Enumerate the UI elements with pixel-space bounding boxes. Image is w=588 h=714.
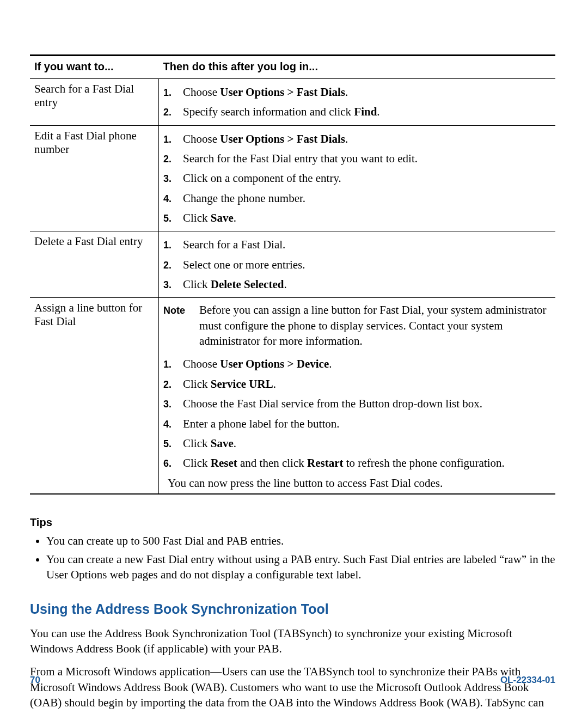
step-item: 5.Click Save. (163, 208, 551, 228)
table-header-row: If you want to... Then do this after you… (30, 56, 555, 79)
step-item: 1.Choose User Options > Device. (163, 354, 551, 374)
body-paragraph: You can use the Address Book Synchroniza… (30, 626, 555, 657)
step-item: 2.Specify search information and click F… (163, 102, 551, 121)
step-number: 2. (163, 107, 175, 118)
document-id: OL-22334-01 (500, 675, 555, 686)
note-text: Before you can assign a line button for … (199, 302, 551, 349)
step-list: 1.Choose User Options > Fast Dials.2.Sea… (163, 129, 551, 228)
tips-heading: Tips (30, 516, 555, 529)
task-cell: Assign a line button for Fast Dial (30, 298, 159, 494)
step-number: 3. (163, 279, 175, 291)
table-header-action: Then do this after you log in... (159, 56, 556, 79)
step-number: 6. (163, 458, 175, 469)
task-cell: Search for a Fast Dial entry (30, 79, 159, 126)
table-row: Edit a Fast Dial phone number1.Choose Us… (30, 125, 555, 231)
note-block: NoteBefore you can assign a line button … (163, 301, 551, 354)
action-cell: NoteBefore you can assign a line button … (159, 298, 556, 494)
step-list: 1.Search for a Fast Dial.2.Select one or… (163, 235, 551, 294)
step-item: 2.Click Service URL. (163, 374, 551, 394)
body-paragraph: From a Microsoft Windows application—Use… (30, 664, 555, 714)
step-item: 2.Search for the Fast Dial entry that yo… (163, 149, 551, 168)
step-item: 1.Choose User Options > Fast Dials. (163, 82, 551, 102)
step-number: 4. (163, 193, 175, 205)
step-number: 4. (163, 419, 175, 430)
step-item: 3.Click Delete Selected. (163, 274, 551, 294)
action-cell: 1.Choose User Options > Fast Dials.2.Sea… (159, 125, 556, 231)
page-footer: 70 OL-22334-01 (30, 675, 555, 686)
step-item: 6.Click Reset and then click Restart to … (163, 453, 551, 473)
step-item: 2.Select one or more entries. (163, 255, 551, 274)
document-page: If you want to... Then do this after you… (0, 0, 588, 714)
section-heading-tabsynch: Using the Address Book Synchronization T… (30, 601, 555, 617)
step-number: 2. (163, 154, 175, 165)
page-number: 70 (30, 675, 40, 686)
step-number: 1. (163, 359, 175, 370)
table-row: Search for a Fast Dial entry1.Choose Use… (30, 79, 555, 126)
step-item: 4.Enter a phone label for the button. (163, 414, 551, 434)
step-number: 3. (163, 173, 175, 185)
tips-list: You can create up to 500 Fast Dial and P… (46, 533, 555, 583)
step-number: 1. (163, 87, 175, 99)
step-list: 1.Choose User Options > Device.2.Click S… (163, 354, 551, 473)
tips-item: You can create up to 500 Fast Dial and P… (46, 533, 555, 548)
action-cell: 1.Search for a Fast Dial.2.Select one or… (159, 231, 556, 298)
table-header-task: If you want to... (30, 56, 159, 79)
step-number: 1. (163, 240, 175, 251)
note-label: Note (163, 305, 188, 316)
step-item: 1.Choose User Options > Fast Dials. (163, 129, 551, 149)
step-number: 5. (163, 438, 175, 450)
step-number: 2. (163, 379, 175, 390)
step-number: 2. (163, 260, 175, 271)
post-steps-text: You can now press the line button to acc… (163, 473, 551, 490)
fast-dial-table: If you want to... Then do this after you… (30, 54, 555, 495)
step-number: 5. (163, 213, 175, 224)
table-row: Delete a Fast Dial entry1.Search for a F… (30, 231, 555, 298)
step-item: 3.Choose the Fast Dial service from the … (163, 394, 551, 413)
step-list: 1.Choose User Options > Fast Dials.2.Spe… (163, 82, 551, 122)
step-item: 5.Click Save. (163, 434, 551, 453)
task-cell: Delete a Fast Dial entry (30, 231, 159, 298)
tips-item: You can create a new Fast Dial entry wit… (46, 552, 555, 583)
action-cell: 1.Choose User Options > Fast Dials.2.Spe… (159, 79, 556, 126)
step-item: 1.Search for a Fast Dial. (163, 235, 551, 254)
step-item: 4.Change the phone number. (163, 188, 551, 208)
step-number: 3. (163, 399, 175, 410)
task-cell: Edit a Fast Dial phone number (30, 125, 159, 231)
table-row: Assign a line button for Fast DialNoteBe… (30, 298, 555, 494)
step-item: 3.Click on a component of the entry. (163, 168, 551, 188)
body-paragraphs: You can use the Address Book Synchroniza… (30, 626, 555, 714)
step-number: 1. (163, 134, 175, 145)
